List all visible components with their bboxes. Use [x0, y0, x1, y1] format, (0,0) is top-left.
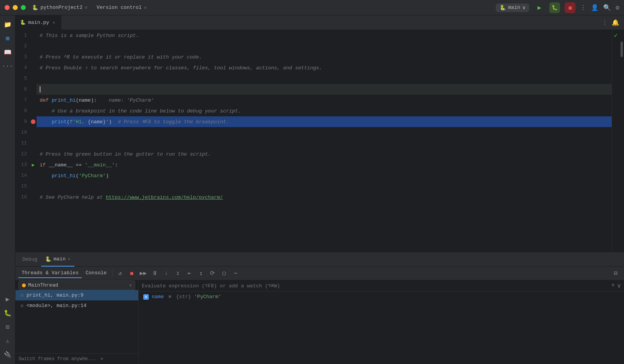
- debug-panel-tab-main[interactable]: 🐍 main ✕: [41, 253, 74, 267]
- notifications-icon[interactable]: 🔔: [612, 19, 619, 27]
- thread-status-dot: [22, 283, 26, 287]
- sidebar-item-plugins[interactable]: 🔌: [2, 349, 14, 361]
- sidebar-item-problems[interactable]: ⚠: [2, 335, 14, 347]
- line-row-5: 5: [15, 73, 37, 84]
- frames-footer-close-icon[interactable]: ✕: [101, 356, 103, 362]
- traffic-lights: [5, 5, 26, 10]
- right-gutter: ✓: [612, 30, 619, 252]
- variable-row: s name = {str} 'PyCharm': [139, 292, 624, 302]
- code-line-9: print(f'Hi, {name}') # Press ⌘F8 to togg…: [37, 116, 612, 127]
- sidebar-item-run[interactable]: ▶: [2, 293, 14, 305]
- thread-name: MainThread: [28, 282, 127, 288]
- expand-eval-icon[interactable]: ∨: [617, 282, 621, 290]
- line-numbers: 1 2 3 4 5 6 7 8 9 10 11 12 13▶ 14: [15, 30, 37, 203]
- titlebar-right: 🐍 main ∨ ▶ 🐛 ◼ ⋮ 👤 🔍 ⚙: [496, 2, 619, 13]
- project-name: pythonProject2: [40, 5, 82, 10]
- more-options-icon[interactable]: ⋮: [580, 4, 586, 12]
- toolbar-tab-threads[interactable]: Threads & Variables: [18, 268, 82, 278]
- line-row-9: 9: [15, 116, 37, 127]
- tab-label: main.py: [28, 20, 49, 25]
- step-into-my-button[interactable]: ⇤: [184, 268, 195, 279]
- more-debug-button[interactable]: ⋯: [230, 268, 241, 279]
- sidebar-item-terminal[interactable]: ⊡: [2, 321, 14, 333]
- eval-input[interactable]: [142, 283, 608, 289]
- tab-bar-right: ⋮ 🔔: [602, 19, 624, 27]
- run-config-selector[interactable]: 🐍 main ∨: [496, 3, 529, 12]
- debug-button[interactable]: 🐛: [549, 2, 560, 13]
- close-button[interactable]: [5, 5, 10, 10]
- thread-dropdown[interactable]: MainThread ∨: [18, 280, 135, 290]
- search-icon[interactable]: 🔍: [603, 4, 611, 12]
- main-icon: 🐍: [45, 256, 51, 262]
- vcs-chevron-icon: ∨: [144, 5, 147, 10]
- line-gutter: 1 2 3 4 5 6 7 8 9 10 11 12 13▶ 14: [15, 30, 37, 252]
- variables-pane: + ∨ s name = {str} 'PyCharm': [139, 280, 624, 364]
- minimize-button[interactable]: [13, 5, 18, 10]
- eval-actions: + ∨: [611, 282, 621, 290]
- run-button[interactable]: ▶: [534, 2, 545, 13]
- run-line-icon[interactable]: ▶: [32, 162, 34, 168]
- debug-panel-tab-debug[interactable]: Debug: [18, 253, 41, 267]
- frames-footer[interactable]: Switch frames from anywhe... ✕: [15, 353, 138, 364]
- debug-content: MainThread ∨ ⊡ print_hi, main.py:9 ⊡: [15, 280, 624, 364]
- sidebar-item-debug[interactable]: 🐛: [2, 307, 14, 319]
- debug-panel-tabs: Debug 🐍 main ✕: [15, 253, 624, 267]
- code-line-3: # Press ^R to execute it or replace it w…: [37, 52, 612, 62]
- code-line-15: [37, 181, 612, 192]
- scroll-thumb[interactable]: [621, 42, 623, 57]
- stack-frames: ⊡ print_hi, main.py:9 ⊡ <module>, main.p…: [15, 290, 138, 353]
- line-row-14: 14: [15, 170, 37, 181]
- variable-type-icon: s: [143, 294, 149, 300]
- sidebar-item-learn[interactable]: 📖: [2, 46, 14, 59]
- sidebar: 📁 ⊞ 📖 ··· ▶ 🐛 ⊡ ⚠ 🔌: [0, 15, 15, 364]
- thread-chevron-icon: ∨: [129, 283, 132, 288]
- settings-icon[interactable]: ⚙: [616, 4, 619, 12]
- pause-button[interactable]: ⏸: [149, 268, 160, 279]
- code-line-16: # See PyCharm help at https://www.jetbra…: [37, 192, 612, 203]
- account-icon[interactable]: 👤: [591, 4, 599, 12]
- code-line-11: [37, 138, 612, 149]
- project-chevron-icon: ∨: [85, 5, 87, 10]
- add-watch-icon[interactable]: +: [611, 282, 615, 290]
- tab-main-py[interactable]: 🐍 main.py ✕: [15, 15, 61, 30]
- clear-all-button[interactable]: ◯: [219, 268, 230, 279]
- run-config-icon: 🐍: [500, 5, 506, 11]
- stack-frame-1[interactable]: ⊡ <module>, main.py:14: [15, 300, 138, 311]
- code-line-4: # Press Double ⇧ to search everywhere fo…: [37, 62, 612, 73]
- layout-button[interactable]: ⊟: [610, 268, 621, 279]
- breakpoint-indicator[interactable]: [31, 119, 35, 124]
- step-out-button[interactable]: ↥: [196, 268, 206, 279]
- main-tab-label: main: [54, 256, 65, 262]
- rerun-button[interactable]: ↺: [115, 268, 126, 279]
- step-into-button[interactable]: ↧: [173, 268, 183, 279]
- frame-icon-0: ⊡: [21, 293, 23, 298]
- sidebar-item-files[interactable]: 📁: [2, 18, 14, 31]
- line-row-12: 12: [15, 149, 37, 159]
- tab-close-icon[interactable]: ✕: [52, 20, 57, 25]
- sidebar-item-structure[interactable]: ⊞: [2, 32, 14, 45]
- threads-pane: MainThread ∨ ⊡ print_hi, main.py:9 ⊡: [15, 280, 139, 364]
- step-over-button[interactable]: ↓: [161, 268, 172, 279]
- resume-button[interactable]: ▶▶: [138, 268, 149, 279]
- code-editor[interactable]: 1 2 3 4 5 6 7 8 9 10 11 12 13▶ 14: [15, 30, 624, 252]
- editor-scrollbar[interactable]: [619, 30, 624, 252]
- vcs-label: Version control: [97, 5, 142, 10]
- line-row-15: 15: [15, 181, 37, 192]
- sidebar-item-more[interactable]: ···: [2, 60, 14, 72]
- variable-type: {str}: [176, 294, 191, 300]
- maximize-button[interactable]: [21, 5, 26, 10]
- run-to-cursor-button[interactable]: ⟳: [207, 268, 218, 279]
- project-selector[interactable]: 🐍 pythonProject2 ∨: [32, 5, 87, 11]
- toolbar-separator: [112, 270, 112, 277]
- stop-debug-button[interactable]: ◼: [126, 268, 137, 279]
- vcs-selector[interactable]: Version control ∨: [97, 5, 147, 10]
- toolbar-tab-console[interactable]: Console: [82, 268, 110, 278]
- frame-label-1: <module>, main.py:14: [27, 303, 87, 309]
- tab-bar-menu-icon[interactable]: ⋮: [602, 19, 608, 27]
- debug-tab-close-icon[interactable]: ✕: [68, 257, 70, 262]
- stack-frame-0[interactable]: ⊡ print_hi, main.py:9: [15, 290, 138, 300]
- titlebar: 🐍 pythonProject2 ∨ Version control ∨ 🐍 m…: [0, 0, 624, 15]
- code-content[interactable]: # This is a sample Python script. # Pres…: [37, 30, 612, 252]
- frame-label-0: print_hi, main.py:9: [27, 292, 84, 298]
- stop-button[interactable]: ◼: [565, 2, 575, 13]
